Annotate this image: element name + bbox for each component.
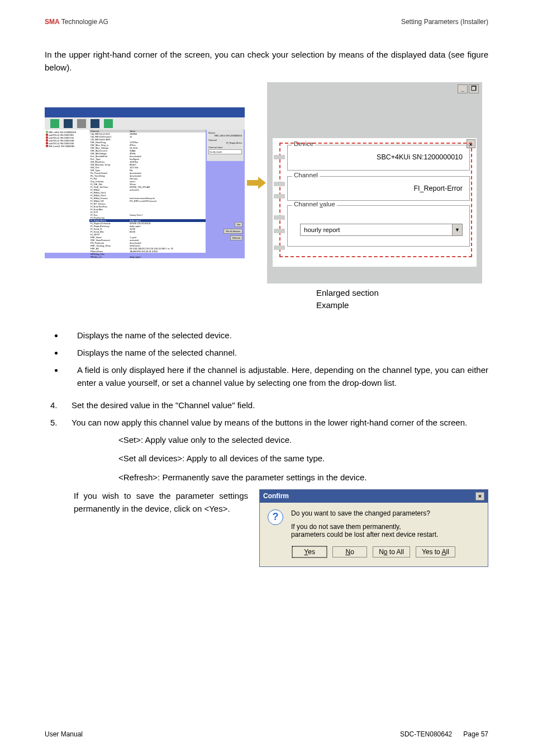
svg-rect-0 xyxy=(50,119,59,128)
main-screenshot: SBC+4KUi SN:1200000010swb700-14 SN:20007… xyxy=(45,107,245,258)
sub-setall: <Set all devices>: Apply to all devices … xyxy=(118,452,488,465)
footer-page-label: Page xyxy=(463,730,480,738)
toolbar-icon-5 xyxy=(104,119,113,128)
intro-paragraph: In the upper right-hand corner of the sc… xyxy=(45,48,488,74)
header-right: Setting Parameters (Installer) xyxy=(401,18,488,26)
right-panel-small: Device SBC+4KUi SN:1200000010 Channel FI… xyxy=(207,130,244,161)
channel-value-dropdown[interactable]: hourly report ▼ xyxy=(300,224,463,236)
page-header: SMA Technologie AG Setting Parameters (I… xyxy=(45,18,488,26)
chevron-down-icon[interactable]: ▼ xyxy=(452,224,462,235)
device-legend: Device xyxy=(292,140,315,147)
figure-caption: Enlarged section Example xyxy=(316,287,488,312)
refresh-button-small[interactable]: Refresh xyxy=(230,235,242,240)
sub-refresh: <Refresh>: Permanently save the paramete… xyxy=(118,471,488,484)
channel-value: FI_Report-Error xyxy=(413,185,463,192)
callout-arrow xyxy=(245,174,267,191)
confirm-dialog: Confirm × ? Do you want to save the chan… xyxy=(259,489,488,567)
channel-fieldset: Channel FI_Report-Error xyxy=(287,176,470,201)
footer-doc-id: SDC-TEN080642 xyxy=(400,730,452,738)
confirm-msg-2: If you do not save them permanently, par… xyxy=(291,523,438,538)
no-to-all-button[interactable]: No to All xyxy=(373,546,410,557)
maximize-icon[interactable]: ❐ xyxy=(469,84,479,93)
brand-rest: Technologie AG xyxy=(60,18,108,26)
step-4: 4. Set the desired value in the "Channel… xyxy=(45,399,488,412)
close-icon[interactable]: × xyxy=(475,492,484,500)
bullet-1: Displays the name of the selected device… xyxy=(64,329,488,342)
brand-bold: SMA xyxy=(45,18,60,26)
channel-value-legend: Channel value xyxy=(292,201,337,207)
bullet-list: Displays the name of the selected device… xyxy=(64,329,488,390)
step-5: 5. You can now apply this channel value … xyxy=(45,416,488,429)
sub-set: <Set>: Apply value only to the selected … xyxy=(118,433,488,446)
page-footer: User Manual SDC-TEN080642 Page 57 xyxy=(45,730,488,738)
question-icon: ? xyxy=(268,509,283,525)
toolbar-icon-3 xyxy=(77,119,86,128)
save-note: If you wish to save the parameter settin… xyxy=(74,489,248,516)
toolbar-icon-2 xyxy=(64,119,73,128)
confirm-msg-1: Do you want to save the changed paramete… xyxy=(291,509,438,517)
svg-marker-5 xyxy=(247,177,266,189)
channel-value-fieldset: Channel value hourly report ▼ xyxy=(287,205,470,247)
svg-rect-1 xyxy=(64,119,73,128)
minimize-icon[interactable]: _ xyxy=(458,84,468,93)
toolbar-icon-1 xyxy=(50,119,59,128)
confirm-title: Confirm xyxy=(263,492,289,500)
enlarged-panel: _ ❐ ▲ Device SBC+4KUi SN:1200000010 Chan… xyxy=(267,82,482,284)
no-button[interactable]: No xyxy=(332,546,367,557)
yes-button[interactable]: Yes xyxy=(292,546,327,557)
footer-left: User Manual xyxy=(45,730,83,738)
device-fieldset: Device SBC+4KUi SN:1200000010 xyxy=(287,145,470,171)
yes-to-all-button[interactable]: Yes to All xyxy=(416,546,455,557)
bullet-3: A field is only displayed here if the ch… xyxy=(64,363,488,390)
set-all-button-small[interactable]: Set all devices xyxy=(223,229,242,234)
device-value: SBC+4KUi SN:1200000010 xyxy=(377,153,463,161)
toolbar-icon-4 xyxy=(91,119,99,128)
svg-rect-4 xyxy=(104,119,113,128)
footer-page-number: 57 xyxy=(481,730,488,738)
svg-rect-3 xyxy=(91,119,99,128)
set-button-small[interactable]: Set xyxy=(235,222,242,227)
bullet-2: Displays the name of the selected channe… xyxy=(64,346,488,359)
svg-rect-2 xyxy=(77,119,86,128)
channel-legend: Channel xyxy=(292,172,320,178)
dropdown-selected: hourly report xyxy=(304,226,340,233)
